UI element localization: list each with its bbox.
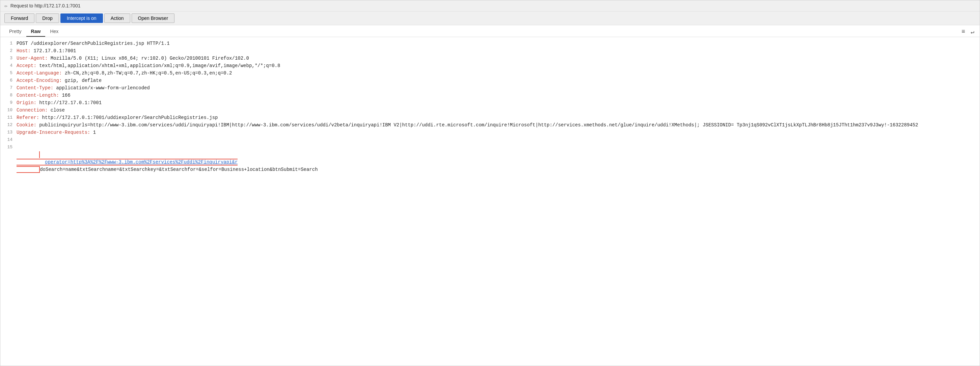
line-4-content: Accept: text/html,application/xhtml+xml,… bbox=[16, 62, 977, 70]
line-3: 3 User-Agent: Mozilla/5.0 (X11; Linux x8… bbox=[0, 55, 980, 62]
line-11-content: Referer: http://172.17.0.1:7001/uddiexpl… bbox=[16, 114, 977, 121]
line-7: 7 Content-Type: application/x-www-form-u… bbox=[0, 84, 980, 92]
line-number-12: 12 bbox=[3, 121, 13, 129]
tab-pretty[interactable]: Pretty bbox=[5, 27, 26, 37]
tab-hex[interactable]: Hex bbox=[45, 27, 63, 37]
line-5: 5 Accept-Language: zh-CN,zh;q=0.8,zh-TW;… bbox=[0, 70, 980, 77]
line-number-2: 2 bbox=[3, 47, 13, 55]
line-number-14: 14 bbox=[3, 136, 13, 144]
action-button[interactable]: Action bbox=[104, 13, 130, 23]
open-browser-button[interactable]: Open Browser bbox=[132, 13, 175, 23]
line-10: 10 Connection: close bbox=[0, 106, 980, 114]
toolbar: Forward Drop Intercept is on Action Open… bbox=[0, 11, 980, 25]
line-number-15: 15 bbox=[3, 144, 13, 151]
line-15-highlighted: operator=http%3A%2F%2Fwww-3.ibm.com%2Fse… bbox=[45, 159, 237, 165]
line-13-content: Upgrade-Insecure-Requests: 1 bbox=[16, 129, 977, 136]
list-view-icon[interactable]: ≡ bbox=[960, 28, 967, 36]
line-12-content: Cookie: publicinquiryurls=http://www-3.i… bbox=[16, 121, 977, 129]
line-11: 11 Referer: http://172.17.0.1:7001/uddie… bbox=[0, 114, 980, 121]
line-14: 14 bbox=[0, 136, 980, 144]
line-5-content: Accept-Language: zh-CN,zh;q=0.8,zh-TW;q=… bbox=[16, 70, 977, 77]
forward-button[interactable]: Forward bbox=[5, 13, 34, 23]
line-8-content: Content-Length: 166 bbox=[16, 92, 977, 99]
line-6: 6 Accept-Encoding: gzip, deflate bbox=[0, 77, 980, 84]
line-number-9: 9 bbox=[3, 99, 13, 106]
line-3-content: User-Agent: Mozilla/5.0 (X11; Linux x86_… bbox=[16, 55, 977, 62]
drop-button[interactable]: Drop bbox=[36, 13, 59, 23]
top-right-icons: ≡ ↵ bbox=[960, 27, 975, 36]
line-4: 4 Accept: text/html,application/xhtml+xm… bbox=[0, 62, 980, 70]
line-2-content: Host: 172.17.0.1:7001 bbox=[16, 47, 977, 55]
line-number-8: 8 bbox=[3, 92, 13, 99]
line-number-4: 4 bbox=[3, 62, 13, 70]
line-12: 12 Cookie: publicinquiryurls=http://www-… bbox=[0, 121, 980, 129]
tabs-bar: Pretty Raw Hex ≡ ↵ bbox=[0, 25, 980, 37]
main-window: ✏ Request to http://172.17.0.1:7001 Forw… bbox=[0, 0, 980, 366]
title-bar: ✏ Request to http://172.17.0.1:7001 bbox=[0, 0, 980, 11]
line-13: 13 Upgrade-Insecure-Requests: 1 bbox=[0, 129, 980, 136]
line-number-6: 6 bbox=[3, 77, 13, 84]
line-number-1: 1 bbox=[3, 40, 13, 47]
title-text: Request to http://172.17.0.1:7001 bbox=[10, 3, 81, 8]
tab-raw[interactable]: Raw bbox=[26, 27, 46, 37]
line-15: 15 operator=http%3A%2F%2Fwww-3.ibm.com%2… bbox=[0, 144, 980, 181]
line-9-content: Origin: http://172.17.0.1:7001 bbox=[16, 99, 977, 106]
line-1-content: POST /uddiexplorer/SearchPublicRegistrie… bbox=[16, 40, 977, 47]
line-10-content: Connection: close bbox=[16, 106, 977, 114]
line-number-10: 10 bbox=[3, 106, 13, 114]
line-8: 8 Content-Length: 166 bbox=[0, 92, 980, 99]
line-number-3: 3 bbox=[3, 55, 13, 62]
line-6-content: Accept-Encoding: gzip, deflate bbox=[16, 77, 977, 84]
line-15-content: operator=http%3A%2F%2Fwww-3.ibm.com%2Fse… bbox=[16, 144, 977, 181]
line-1: 1 POST /uddiexplorer/SearchPublicRegistr… bbox=[0, 40, 980, 47]
pencil-icon: ✏ bbox=[5, 2, 8, 9]
line-number-5: 5 bbox=[3, 70, 13, 77]
line-9: 9 Origin: http://172.17.0.1:7001 bbox=[0, 99, 980, 106]
line-7-content: Content-Type: application/x-www-form-url… bbox=[16, 84, 977, 92]
line-2: 2 Host: 172.17.0.1:7001 bbox=[0, 47, 980, 55]
intercept-button[interactable]: Intercept is on bbox=[60, 13, 103, 23]
line-number-7: 7 bbox=[3, 84, 13, 92]
line-number-11: 11 bbox=[3, 114, 13, 121]
wrap-icon[interactable]: ↵ bbox=[969, 27, 975, 36]
request-content: 1 POST /uddiexplorer/SearchPublicRegistr… bbox=[0, 37, 980, 183]
line-15-normal: doSearch=name&txtSearchname=&txtSearchke… bbox=[40, 167, 318, 172]
line-number-13: 13 bbox=[3, 129, 13, 136]
